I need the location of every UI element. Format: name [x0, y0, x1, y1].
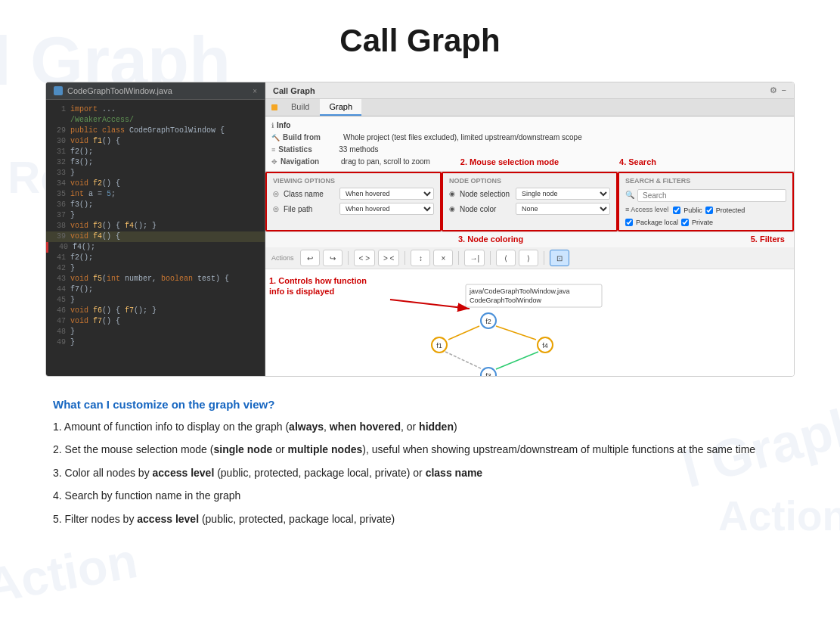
- code-line: /WeakerAccess/: [46, 115, 265, 126]
- page-content: Call Graph CodeGraphToolWindow.java × 1 …: [0, 0, 840, 564]
- code-line: 30 void f1() {: [46, 136, 265, 147]
- cg-tabs: Build Graph: [265, 99, 794, 116]
- info-row-title: ℹ Info: [271, 120, 788, 132]
- info-row-stats: ≡ Statistics 33 methods: [271, 144, 788, 156]
- access-level-row: ≡ Access level Public Protected Package …: [625, 205, 786, 226]
- code-line: 31 f2();: [46, 147, 265, 157]
- action-sep-4: [490, 251, 491, 265]
- graph-svg: java/CodeGraphToolWindow.java CodeGraphT…: [265, 269, 794, 376]
- file-path-label: File path: [284, 205, 336, 213]
- node-selection-label: Node selection: [460, 190, 513, 198]
- class-name-select[interactable]: When hovered Always Hidden: [339, 188, 434, 200]
- search-filters-title: Search & filters: [625, 177, 786, 185]
- file-path-select[interactable]: When hovered Always Hidden: [339, 203, 434, 215]
- action-expand-button[interactable]: > <: [378, 250, 399, 266]
- code-tab-label: CodeGraphToolWindow.java: [67, 86, 172, 95]
- viewing-options-title: Viewing options: [273, 177, 434, 185]
- page-title: Call Graph: [45, 23, 795, 59]
- node-color-select[interactable]: None Access level Class name: [516, 203, 610, 215]
- close-tab-button[interactable]: ×: [253, 87, 257, 95]
- action-share-button[interactable]: ⟨: [496, 250, 516, 266]
- cg-header: Call Graph ⚙ −: [265, 82, 794, 99]
- code-line: 40 f4();: [46, 242, 265, 253]
- nav-icon: ✥: [271, 156, 277, 168]
- action-forward-button[interactable]: →|: [464, 250, 485, 266]
- action-sep-5: [544, 251, 544, 265]
- code-line: 38 void f3() { f4(); }: [46, 221, 265, 231]
- annotation-node-coloring: 3. Node coloring: [458, 235, 523, 244]
- annotation-search: 4. Search: [619, 156, 656, 168]
- code-line: 43 void f5(int number, boolean test) {: [46, 274, 265, 284]
- search-filters-section: Search & filters 🔍 ≡ Access level Public: [618, 172, 794, 231]
- code-body: 1 import ... /WeakerAccess/ 29 public cl…: [46, 100, 265, 376]
- code-line: 29 public class CodeGraphToolWindow {: [46, 126, 265, 136]
- action-copy-button[interactable]: ⊡: [550, 250, 569, 266]
- search-row: 🔍: [625, 188, 786, 202]
- annotation-mouse-selection: 2. Mouse selection mode: [460, 156, 559, 168]
- svg-line-13: [448, 326, 479, 340]
- svg-line-14: [496, 326, 536, 340]
- build-indicator: [271, 104, 277, 110]
- build-from-value: Whole project (test files excluded), lim…: [343, 132, 582, 144]
- checkbox-public-input[interactable]: [673, 207, 680, 214]
- code-line: 32 f3();: [46, 157, 265, 168]
- code-line: 48 }: [46, 327, 265, 337]
- action-receive-button[interactable]: ⟩: [519, 250, 538, 266]
- minimize-icon[interactable]: −: [782, 85, 786, 95]
- desc-heading: What can I customize on the graph view?: [53, 398, 787, 411]
- code-line: 33 }: [46, 168, 265, 179]
- code-line: 34 void f2() {: [46, 179, 265, 189]
- code-line: 45 }: [46, 295, 265, 306]
- node-selection-select[interactable]: Single node Multiple nodes: [516, 188, 610, 200]
- actions-label: Actions: [271, 254, 294, 262]
- desc-para-1: 1. Amount of function info to display on…: [53, 418, 787, 435]
- svg-text:CodeGraphToolWindow: CodeGraphToolWindow: [470, 297, 542, 304]
- code-line: 41 f2();: [46, 253, 265, 263]
- checkbox-protected-input[interactable]: [705, 207, 713, 214]
- code-panel: CodeGraphToolWindow.java × 1 import ... …: [46, 82, 265, 376]
- tab-build[interactable]: Build: [282, 99, 318, 116]
- file-path-option: ◎ File path When hovered Always Hidden: [273, 203, 434, 215]
- svg-text:f1: f1: [436, 342, 442, 349]
- desc-para-2: 2. Set the mouse selection mode (single …: [53, 441, 787, 458]
- action-up-button[interactable]: ↕: [411, 250, 430, 266]
- cg-options-row: Viewing options ◎ Class name When hovere…: [265, 172, 794, 232]
- node-selection-option: ◉ Node selection Single node Multiple no…: [449, 188, 610, 200]
- info-row-build: 🔨 Build from Whole project (test files e…: [271, 132, 788, 144]
- cg-header-icons: ⚙ −: [770, 85, 786, 95]
- code-line: 39 void f4() {: [46, 231, 265, 242]
- node-color-option: ◉ Node color None Access level Class nam…: [449, 203, 610, 215]
- checkbox-package-local-input[interactable]: [625, 219, 633, 226]
- checkbox-package-local: Package local: [625, 219, 678, 226]
- class-name-label: Class name: [284, 190, 336, 198]
- class-name-option: ◎ Class name When hovered Always Hidden: [273, 188, 434, 200]
- action-x-button[interactable]: ×: [433, 250, 453, 266]
- code-line: 46 void f6() { f7(); }: [46, 306, 265, 316]
- code-tab[interactable]: CodeGraphToolWindow.java ×: [46, 82, 265, 100]
- code-line: 44 f7();: [46, 284, 265, 295]
- node-options-title: Node options: [449, 177, 610, 185]
- desc-para-4: 4. Search by function name in the graph: [53, 487, 787, 504]
- tab-graph[interactable]: Graph: [320, 99, 361, 116]
- action-redo-button[interactable]: ↪: [323, 250, 343, 266]
- navigation-value: drag to pan, scroll to zoom: [341, 156, 430, 168]
- description: What can I customize on the graph view? …: [45, 398, 795, 527]
- code-line: 1 import ...: [46, 104, 265, 115]
- svg-line-16: [496, 352, 538, 369]
- settings-icon[interactable]: ⚙: [770, 85, 777, 95]
- svg-text:f3: f3: [485, 372, 491, 376]
- svg-text:f4: f4: [542, 342, 548, 349]
- code-line: 49 }: [46, 337, 265, 348]
- cg-header-title: Call Graph: [273, 86, 315, 95]
- checkbox-private: Private: [681, 219, 713, 226]
- svg-line-15: [445, 352, 482, 369]
- cg-graph[interactable]: 1. Controls how functioninfo is displaye…: [265, 269, 794, 376]
- code-line: 42 }: [46, 263, 265, 274]
- checkbox-private-input[interactable]: [681, 219, 689, 226]
- action-undo-button[interactable]: ↩: [300, 250, 320, 266]
- code-line: 47 void f7() {: [46, 316, 265, 327]
- action-collapse-button[interactable]: < >: [354, 250, 375, 266]
- search-magnifier: 🔍: [625, 191, 634, 199]
- node-selection-icon: ◉: [449, 190, 457, 197]
- search-input[interactable]: [637, 189, 786, 202]
